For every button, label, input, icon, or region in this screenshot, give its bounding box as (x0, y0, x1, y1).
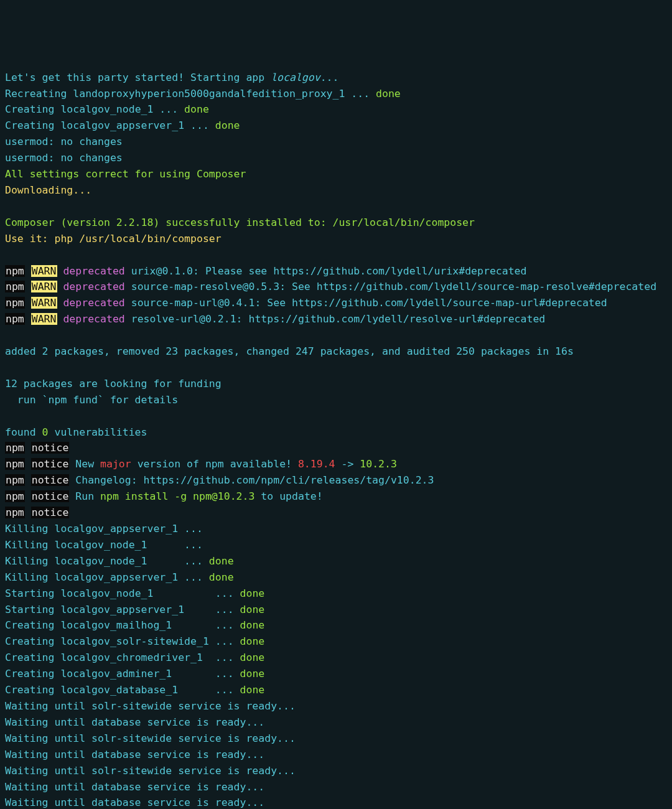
sc-dots: ... (209, 604, 240, 615)
npm-vuln-pre: found (5, 426, 42, 438)
composer-settings: All settings correct for using Composer (5, 168, 246, 180)
npm-notice-label: notice (31, 507, 70, 518)
sc-line: Creating localgov_adminer_1 ... done (5, 668, 264, 680)
npm-warn-msg: urix@0.1.0: Please see https://github.co… (131, 265, 527, 277)
npm-warn-line: npm WARN deprecated source-map-url@0.4.1… (5, 297, 607, 309)
sc-name: localgov_adminer_1 (60, 668, 208, 680)
kill-line: Killing localgov_appserver_1 ... (5, 523, 203, 535)
npm-deprecated: deprecated (63, 313, 124, 325)
npm-notice-label: notice (31, 474, 70, 486)
npm-warn-line: npm WARN deprecated resolve-url@0.2.1: h… (5, 313, 545, 325)
sc-dots: ... (209, 587, 240, 599)
kill-done: done (209, 555, 234, 567)
sc-done: done (240, 668, 265, 680)
sc-action: Creating (5, 619, 54, 631)
op-line: Recreating landoproxyhyperion5000gandalf… (5, 88, 401, 100)
kill-action: Killing (5, 555, 49, 567)
intro-prefix: Let's get this party started! Starting a… (5, 72, 271, 83)
op-name: localgov_node_1 (60, 103, 153, 115)
intro-line: Let's get this party started! Starting a… (5, 72, 338, 83)
npm-label: npm (5, 281, 25, 292)
usermod-line: usermod: no changes (5, 152, 123, 164)
op-dots: ... (184, 119, 215, 131)
kill-line: Killing localgov_node_1 ... done (5, 555, 234, 567)
sc-action: Starting (5, 604, 54, 615)
waiting-line: Waiting until database service is ready.… (5, 716, 264, 728)
waiting-line: Waiting until database service is ready.… (5, 797, 264, 808)
npm-label: npm (5, 507, 25, 518)
waiting-line: Waiting until solr-sitewide service is r… (5, 765, 296, 777)
op-name: landoproxyhyperion5000gandalfedition_pro… (73, 88, 345, 100)
composer-useit-cmd: php /usr/local/bin/composer (54, 233, 221, 245)
op-action: Creating (5, 119, 54, 131)
kill-action: Killing (5, 523, 49, 535)
sc-action: Starting (5, 587, 54, 599)
op-line: Creating localgov_appserver_1 ... done (5, 119, 240, 131)
npm-warn-msg: source-map-url@0.4.1: See https://github… (131, 297, 607, 309)
npm-warn-line: npm WARN deprecated source-map-resolve@0… (5, 281, 656, 292)
sc-action: Creating (5, 668, 54, 680)
npm-notice-run-post: to update! (254, 490, 322, 502)
npm-notice-label: notice (31, 490, 70, 502)
npm-notice-run-cmd: npm install -g npm@10.2.3 (100, 490, 254, 502)
npm-notice-label: notice (31, 458, 70, 470)
terminal-output[interactable]: Let's get this party started! Starting a… (5, 70, 667, 809)
sc-done: done (240, 684, 265, 696)
npm-label: npm (5, 458, 25, 470)
npm-notice-major: major (100, 458, 131, 470)
composer-installed-pre: Composer (version 2.2.18) successfully i… (5, 217, 333, 228)
op-action: Creating (5, 103, 54, 115)
sc-name: localgov_database_1 (60, 684, 208, 696)
op-done: done (215, 119, 240, 131)
npm-notice-run-pre: Run (75, 490, 100, 502)
npm-label: npm (5, 313, 25, 325)
intro-suffix: ... (320, 72, 339, 83)
npm-notice-arrow: -> (335, 458, 360, 470)
op-done: done (184, 103, 209, 115)
kill-action: Killing (5, 539, 49, 551)
kill-action: Killing (5, 571, 49, 583)
npm-notice-new-mid: version of npm available! (131, 458, 298, 470)
waiting-line: Waiting until solr-sitewide service is r… (5, 732, 296, 744)
composer-installed: Composer (version 2.2.18) successfully i… (5, 217, 475, 228)
op-action: Recreating (5, 88, 67, 100)
sc-dots: ... (209, 635, 240, 647)
kill-dots: ... (178, 555, 203, 567)
npm-vuln: found 0 vulnerabilities (5, 426, 147, 438)
npm-notice-line: npm notice Run npm install -g npm@10.2.3… (5, 490, 323, 502)
kill-name: localgov_appserver_1 (54, 523, 178, 535)
usermod-line: usermod: no changes (5, 136, 123, 147)
npm-warn-label: WARN (31, 281, 57, 292)
npm-notice-old: 8.19.4 (298, 458, 335, 470)
npm-deprecated: deprecated (63, 297, 124, 309)
kill-done: done (209, 571, 234, 583)
npm-notice-line: npm notice (5, 507, 69, 518)
npm-vuln-n: 0 (42, 426, 49, 438)
npm-label: npm (5, 474, 25, 486)
npm-warn-msg: resolve-url@0.2.1: https://github.com/ly… (131, 313, 546, 325)
npm-notice-line: npm notice (5, 442, 69, 454)
sc-done: done (240, 604, 265, 615)
npm-notice-new-pre: New (75, 458, 100, 470)
npm-funding2: run `npm fund` for details (5, 394, 178, 406)
sc-name: localgov_mailhog_1 (60, 619, 208, 631)
sc-line: Creating localgov_mailhog_1 ... done (5, 619, 264, 631)
op-name: localgov_appserver_1 (60, 119, 184, 131)
op-dots: ... (345, 88, 376, 100)
npm-warn-line: npm WARN deprecated urix@0.1.0: Please s… (5, 265, 526, 277)
npm-warn-label: WARN (31, 313, 57, 325)
sc-action: Creating (5, 684, 54, 696)
composer-useit-pre: Use it: (5, 233, 54, 245)
npm-notice-line: npm notice Changelog: https://github.com… (5, 474, 434, 486)
sc-dots: ... (209, 652, 240, 663)
sc-line: Starting localgov_appserver_1 ... done (5, 604, 264, 615)
kill-name: localgov_node_1 (54, 539, 178, 551)
sc-line: Creating localgov_chromedriver_1 ... don… (5, 652, 264, 663)
sc-line: Starting localgov_node_1 ... done (5, 587, 264, 599)
sc-done: done (240, 635, 265, 647)
npm-notice-line: npm notice New major version of npm avai… (5, 458, 397, 470)
npm-funding1: 12 packages are looking for funding (5, 378, 222, 390)
npm-label: npm (5, 297, 25, 309)
npm-notice-label: notice (31, 442, 70, 454)
sc-done: done (240, 587, 265, 599)
